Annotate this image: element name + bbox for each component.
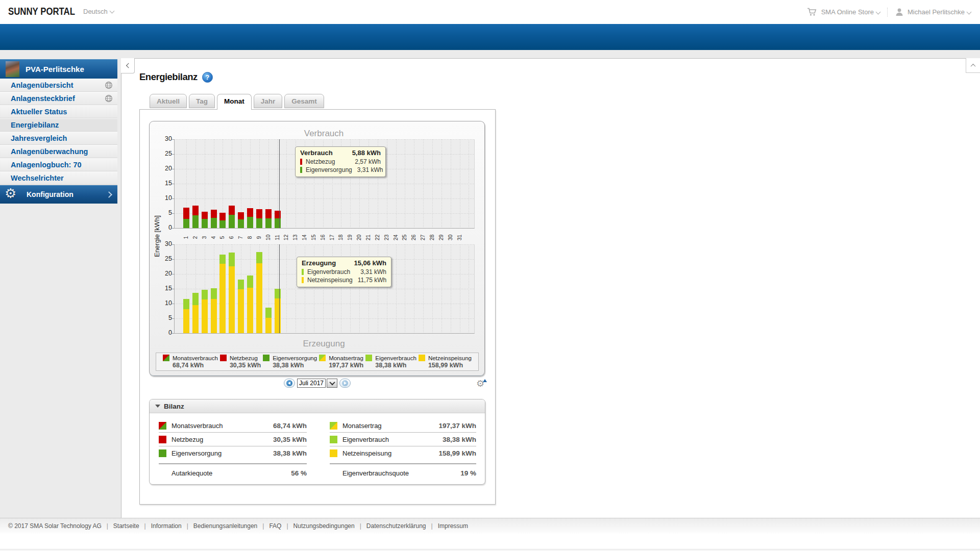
y-tick-label: 20 <box>154 165 172 172</box>
cart-icon <box>807 8 817 16</box>
bilanz-swatch <box>159 449 166 457</box>
gridline <box>396 139 397 228</box>
chart-cursor-line <box>279 244 280 333</box>
bar-segment <box>256 252 262 263</box>
footer-link[interactable]: Nutzungsbedingungen <box>293 522 355 530</box>
x-tick-label: 25 <box>401 230 408 244</box>
x-tick-label: 5 <box>218 230 226 244</box>
language-selector[interactable]: Deutsch <box>83 8 114 15</box>
footer-separator: | <box>187 522 188 530</box>
tooltip-value: 3,31 kWh <box>357 166 383 173</box>
bar-segment <box>247 208 253 217</box>
tooltip-total: 5,88 kWh <box>352 149 381 157</box>
tab-gesamt[interactable]: Gesamt <box>284 94 324 108</box>
page-title: Energiebilanz <box>139 71 198 83</box>
prev-month-button[interactable] <box>284 379 295 388</box>
chart-title: Erzeugung <box>174 339 474 349</box>
y-tick-mark <box>172 228 174 229</box>
gridline <box>387 139 387 228</box>
legend-item-row: Netzeinspeisung <box>419 355 472 361</box>
footer-link[interactable]: Impressum <box>438 522 468 530</box>
next-month-button[interactable] <box>339 379 351 388</box>
chevron-right-icon <box>106 191 112 198</box>
sidebar-item-anlagensteckbrief[interactable]: Anlagensteckbrief <box>0 92 117 105</box>
gridline <box>396 244 397 333</box>
bar-segment <box>247 276 253 288</box>
sidebar-item-jahresvergleich[interactable]: Jahresvergleich <box>0 132 117 145</box>
bilanz-label: Monatsverbrauch <box>172 422 223 430</box>
date-input[interactable] <box>297 379 326 388</box>
sidebar-item-anlagenlogbuch-70[interactable]: Anlagenlogbuch: 70 <box>0 158 117 171</box>
scroll-up-button[interactable] <box>966 58 980 73</box>
x-tick-label: 10 <box>264 230 272 244</box>
y-tick-label: 25 <box>154 150 172 157</box>
bar-segment <box>265 308 272 318</box>
x-tick-label: 23 <box>383 230 390 244</box>
y-tick-label: 30 <box>154 135 172 142</box>
series-color-tick <box>300 167 302 173</box>
bilanz-row: Netzbezug30,35 kWh <box>159 433 307 446</box>
gridline <box>286 244 287 333</box>
series-color-tick <box>302 277 304 283</box>
arrow-right-icon <box>342 380 348 386</box>
footer-link[interactable]: Datenschutzerklärung <box>366 522 426 530</box>
tab-tag[interactable]: Tag <box>189 94 215 108</box>
user-menu[interactable]: Michael Perlitschke <box>908 8 965 16</box>
tooltip-row: Netzbezug2,57 kWh <box>300 158 381 166</box>
legend-label: Netzeinspeisung <box>428 355 472 361</box>
x-tick-label: 11 <box>274 230 281 244</box>
legend-swatch <box>163 355 169 361</box>
bilanz-header[interactable]: Bilanz <box>150 399 485 413</box>
sidebar-item-energiebilanz[interactable]: Energiebilanz <box>0 118 117 132</box>
legend-value: 30,35 kWh <box>220 362 261 369</box>
y-tick-mark <box>172 259 174 260</box>
legend-item: Monatsverbrauch68,74 kWh <box>163 355 218 369</box>
bar-segment <box>183 299 189 309</box>
arrow-left-icon <box>286 380 292 386</box>
help-icon[interactable]: ? <box>202 72 213 83</box>
sidebar-plant-header[interactable]: PVA-Perlitschke <box>0 59 117 79</box>
y-tick-label: 10 <box>154 194 172 202</box>
bar-segment <box>219 264 226 333</box>
bar-segment <box>238 289 244 333</box>
footer-link[interactable]: Bedienungsanleitungen <box>193 522 257 530</box>
footer-link[interactable]: Startseite <box>113 522 139 530</box>
chart-settings-button[interactable]: ⚙ <box>476 380 488 391</box>
footer-link[interactable]: Information <box>151 522 182 530</box>
sidebar-item-anlagen-berwachung[interactable]: Anlagenüberwachung <box>0 145 117 158</box>
y-tick-mark <box>172 154 174 155</box>
sidebar-item-aktueller-status[interactable]: Aktueller Status <box>0 105 117 118</box>
legend-item-row: Monatsertrag <box>319 355 363 361</box>
date-dropdown-button[interactable] <box>327 379 337 388</box>
x-tick-label: 8 <box>246 230 253 244</box>
bar-segment <box>192 305 199 333</box>
sidebar-item-anlagen-bersicht[interactable]: Anlagenübersicht <box>0 79 117 92</box>
bar-segment <box>183 208 189 219</box>
sidebar-item-konfiguration[interactable]: ⚙ Konfiguration <box>0 185 117 204</box>
tab-monat[interactable]: Monat <box>217 94 252 110</box>
store-link[interactable]: SMA Online Store <box>821 8 874 16</box>
x-tick-label: 7 <box>237 230 244 244</box>
language-label: Deutsch <box>83 8 108 15</box>
chevron-up-icon <box>971 63 976 68</box>
x-tick-label: 1 <box>182 230 189 244</box>
tooltip-title-row: Erzeugung15,06 kWh <box>302 259 386 267</box>
sidebar-item-wechselrichter[interactable]: Wechselrichter <box>0 171 117 185</box>
sidebar-collapse-button[interactable] <box>121 58 135 73</box>
bilanz-swatch <box>330 422 337 430</box>
date-navigator <box>284 379 351 388</box>
footer-link[interactable]: FAQ <box>269 522 281 530</box>
sidebar: PVA-Perlitschke AnlagenübersichtAnlagens… <box>0 59 117 204</box>
x-tick-label: 24 <box>392 230 399 244</box>
bar-segment <box>211 288 217 298</box>
page-title-row: Energiebilanz ? <box>139 71 213 83</box>
gridline <box>175 198 474 199</box>
bar-segment <box>229 253 235 266</box>
tooltip-label: Eigenverbrauch <box>307 268 355 276</box>
sidebar-item-label: Anlagenüberwachung <box>11 145 88 158</box>
bar-segment <box>229 206 235 215</box>
bar-segment <box>238 219 244 228</box>
tab-aktuell[interactable]: Aktuell <box>150 94 187 108</box>
tooltip-value: 3,31 kWh <box>360 268 386 276</box>
tab-jahr[interactable]: Jahr <box>254 94 283 108</box>
